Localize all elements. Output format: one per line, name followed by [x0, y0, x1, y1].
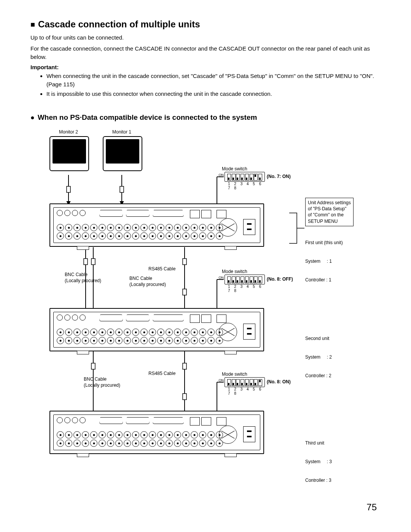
- important-notes: When connecting the unit in the cascade …: [30, 72, 381, 98]
- svg-rect-22: [183, 394, 186, 400]
- bnc-cable-label-1: BNC Cable (Locally procured): [65, 272, 101, 284]
- unit-3-rear-panel: [49, 411, 264, 454]
- svg-rect-21: [183, 363, 186, 369]
- important-label: Important:: [30, 64, 381, 70]
- note-1: When connecting the unit in the cascade …: [46, 72, 381, 89]
- unit-2-rear-panel: [49, 308, 264, 351]
- svg-rect-18: [183, 259, 186, 265]
- mode-switch-2-title: Mode switch: [222, 269, 247, 274]
- unit-3-info: Third unit System : 3 Controller : 3: [305, 428, 332, 495]
- page-title: ■ Cascade connection of multiple units: [30, 19, 381, 30]
- mode-switch-2: Mode switch ON 1 2 3 4 5 6 7 8 (No. 8: O…: [225, 275, 265, 284]
- note-2: It is impossible to use this connector w…: [46, 90, 381, 98]
- monitor-1-label: Monitor 1: [103, 129, 141, 135]
- unit-2-info: Second unit System : 2 Controller : 2: [305, 323, 332, 391]
- dip-on-label-1: ON: [219, 173, 224, 177]
- connection-diagram: Monitor 2 Monitor 1 Mode switch ON 1 2 3…: [34, 129, 377, 491]
- unit-1-rear-panel: [49, 203, 264, 247]
- svg-rect-17: [91, 259, 95, 265]
- bnc-cable-label-3: BNC Cable (Locally procured): [84, 376, 120, 388]
- dip-note-1: (No. 7: ON): [267, 174, 291, 179]
- bnc-cable-label-2: BNC Cable (Locally procured): [129, 276, 166, 287]
- monitor-1-icon: [103, 136, 142, 171]
- mode-switch-3: Mode switch ON 1 2 3 4 5 6 7 8 (No. 8: O…: [225, 377, 265, 387]
- title-text: Cascade connection of multiple units: [38, 19, 200, 30]
- svg-rect-24: [120, 186, 124, 192]
- dip-numbers-1: 1 2 3 4 5 6 7 8: [228, 182, 264, 190]
- unit-1-info: First unit (this unit) System : 1 Contro…: [305, 227, 343, 295]
- rs485-cable-label-2: RS485 Cable: [148, 371, 175, 377]
- title-square-icon: ■: [30, 21, 35, 28]
- mode-switch-1: Mode switch ON 1 2 3 4 5 6 7 8 (No. 7: O…: [225, 172, 265, 182]
- svg-rect-16: [84, 259, 88, 265]
- monitor-2-label: Monitor 2: [49, 129, 88, 135]
- svg-rect-23: [67, 186, 70, 192]
- section-bullet-icon: ●: [30, 114, 35, 122]
- section-text: When no PS·Data compatible device is con…: [38, 113, 257, 122]
- svg-rect-19: [183, 289, 186, 295]
- dip-numbers-3: 1 2 3 4 5 6 7 8: [228, 387, 264, 395]
- mode-switch-3-title: Mode switch: [222, 372, 247, 377]
- dip-note-3: (No. 8: ON): [267, 379, 291, 384]
- intro-line-2: For the cascade connection, connect the …: [30, 44, 381, 62]
- section-heading: ● When no PS·Data compatible device is c…: [30, 113, 381, 122]
- dip-on-label-3: ON: [219, 378, 224, 382]
- mode-switch-1-title: Mode switch: [222, 166, 247, 172]
- rs485-cable-label-1: RS485 Cable: [148, 266, 175, 272]
- dip-on-label-2: ON: [219, 276, 224, 279]
- monitor-2-icon: [49, 136, 89, 171]
- page-number: 75: [30, 502, 381, 513]
- address-settings-box: Unit Address settings of "PS·Data Setup"…: [305, 198, 354, 226]
- svg-rect-20: [91, 363, 95, 369]
- dip-note-2: (No. 8: OFF): [267, 276, 293, 282]
- dip-numbers-2: 1 2 3 4 5 6 7 8: [228, 284, 264, 293]
- intro-line-1: Up to of four units can be connected.: [30, 33, 381, 42]
